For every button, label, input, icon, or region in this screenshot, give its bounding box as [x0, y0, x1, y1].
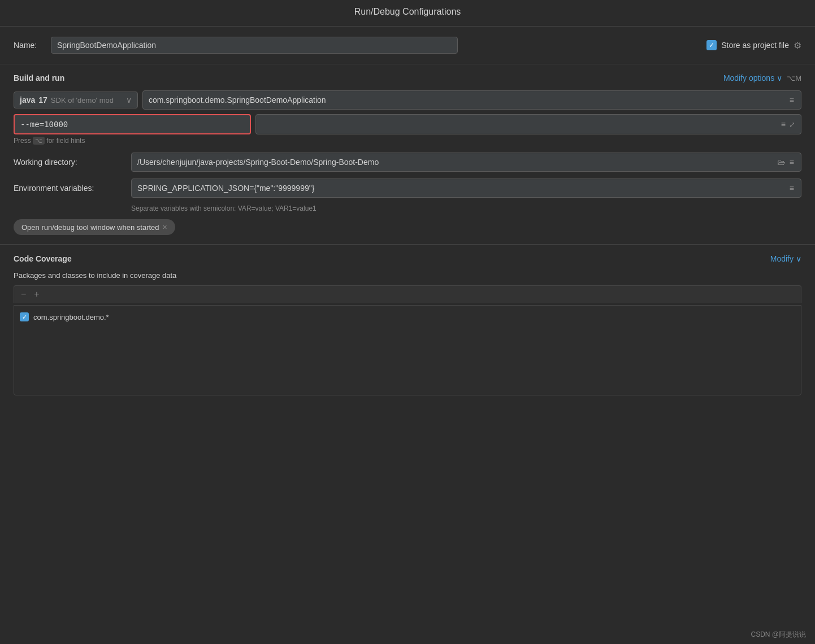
coverage-checkmark-icon: ✓	[22, 314, 27, 321]
store-project-label: Store as project file	[721, 41, 789, 50]
hints-key: ⌥	[33, 137, 45, 145]
name-row: Name: ✓ Store as project file ⚙	[0, 27, 815, 64]
env-vars-hint: Separate variables with semicolon: VAR=v…	[131, 204, 801, 212]
build-run-header: Build and run Modify options ∨ ⌥M	[14, 73, 801, 82]
name-input[interactable]	[51, 37, 458, 54]
env-vars-input[interactable]	[137, 184, 785, 193]
title-text: Run/Debug Configurations	[354, 7, 461, 16]
env-vars-label: Environment variables:	[14, 184, 127, 193]
working-dir-input[interactable]	[137, 158, 774, 167]
open-tool-window-tag-row: Open run/debug tool window when started …	[14, 219, 801, 235]
chevron-down-icon: ∨	[777, 73, 782, 82]
coverage-modify-label: Modify	[770, 254, 794, 263]
remove-coverage-button[interactable]: −	[19, 288, 28, 301]
modify-options-button[interactable]: Modify options ∨	[723, 73, 782, 82]
gear-icon[interactable]: ⚙	[794, 40, 801, 51]
coverage-item-checkbox[interactable]: ✓	[20, 312, 29, 321]
sdk-java-label: java	[20, 95, 35, 105]
open-tool-window-tag[interactable]: Open run/debug tool window when started …	[14, 219, 175, 235]
build-run-title: Build and run	[14, 73, 64, 82]
sdk-dropdown[interactable]: java 17 SDK of 'demo' mod ∨	[14, 92, 138, 108]
env-vars-doc-icon[interactable]: ≡	[788, 182, 795, 194]
footer-text: CSDN @阿提说说	[751, 630, 806, 638]
main-class-wrapper: ≡	[142, 90, 801, 110]
sdk-class-row: java 17 SDK of 'demo' mod ∨ ≡	[14, 90, 801, 110]
sdk-detail: SDK of 'demo' mod	[51, 96, 114, 105]
main-class-input[interactable]	[149, 95, 786, 105]
footer: CSDN @阿提说说	[742, 625, 815, 644]
working-dir-input-wrapper: 🗁 ≡	[131, 153, 801, 172]
vm-options-input[interactable]	[15, 115, 250, 133]
folder-icon[interactable]: 🗁	[777, 158, 785, 167]
code-coverage-section: Code Coverage Modify ∨ Packages and clas…	[0, 245, 815, 404]
field-hints-text: Press ⌥ for field hints	[14, 137, 801, 145]
coverage-title: Code Coverage	[14, 254, 72, 263]
coverage-modify-button[interactable]: Modify ∨	[770, 254, 801, 263]
tag-label: Open run/debug tool window when started	[21, 223, 159, 232]
sdk-version: 17	[38, 95, 47, 105]
modify-options-label: Modify options	[723, 73, 774, 82]
coverage-list-item: ✓ com.springboot.demo.*	[19, 310, 796, 324]
checkmark-icon: ✓	[709, 41, 714, 49]
expand-icon[interactable]: ⤢	[789, 120, 795, 129]
packages-label: Packages and classes to include in cover…	[14, 271, 801, 280]
store-project-section: ✓ Store as project file ⚙	[706, 40, 801, 51]
coverage-toolbar: − +	[14, 285, 801, 303]
env-vars-row: Environment variables: ≡	[14, 179, 801, 198]
working-dir-label: Working directory:	[14, 158, 127, 167]
env-vars-input-wrapper: ≡	[131, 179, 801, 198]
document-icon[interactable]: ≡	[788, 94, 795, 106]
coverage-list: ✓ com.springboot.demo.*	[14, 305, 801, 395]
working-dir-doc-icon[interactable]: ≡	[788, 156, 795, 168]
name-label: Name:	[14, 41, 42, 50]
shortcut-text: ⌥M	[787, 74, 801, 82]
tag-close-icon[interactable]: ×	[163, 223, 167, 232]
coverage-chevron-icon: ∨	[796, 254, 801, 263]
vm-options-row: ≡ ⤢	[14, 114, 801, 134]
sdk-chevron-icon: ∨	[126, 95, 132, 105]
vm-options-input-wrapper	[14, 114, 251, 134]
build-run-section: Build and run Modify options ∨ ⌥M java 1…	[0, 64, 815, 245]
coverage-item-text: com.springboot.demo.*	[33, 313, 109, 321]
vm-options-right-panel: ≡ ⤢	[255, 114, 801, 134]
coverage-header: Code Coverage Modify ∨	[14, 254, 801, 263]
store-project-checkbox[interactable]: ✓	[706, 40, 717, 50]
add-coverage-button[interactable]: +	[32, 288, 41, 301]
working-dir-row: Working directory: 🗁 ≡	[14, 153, 801, 172]
dialog-title: Run/Debug Configurations	[0, 0, 815, 27]
main-container: Run/Debug Configurations Name: ✓ Store a…	[0, 0, 815, 404]
vm-document-icon[interactable]: ≡	[780, 119, 787, 130]
